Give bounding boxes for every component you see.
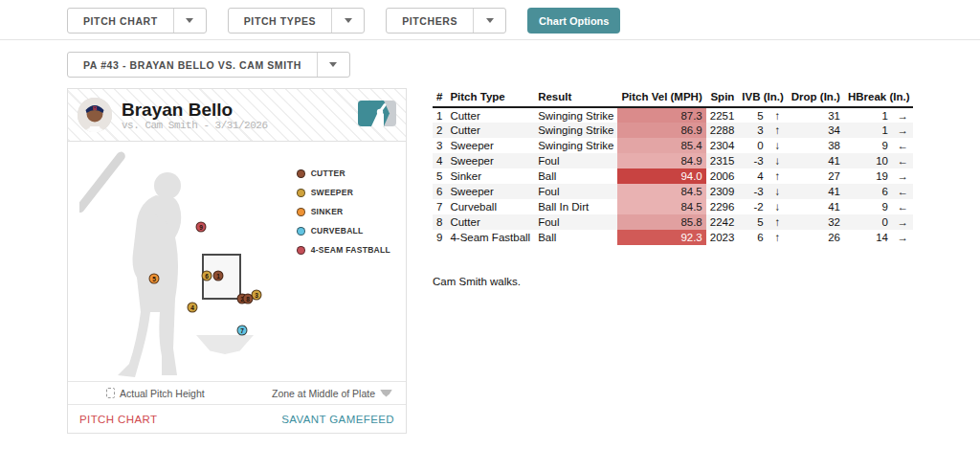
hbreak-arrow-icon: ← [892, 199, 914, 214]
pitch-type-cell: Cutter [446, 123, 534, 138]
pitch-row-7[interactable]: 7CurveballBall In Dirt84.52296-2↓419← [433, 199, 913, 214]
legend-label: CUTTER [311, 168, 345, 178]
pitch-vel-cell: 85.4 [617, 138, 705, 153]
pitch-type-cell: Sinker [446, 168, 534, 184]
ivb-arrow-icon: ↓ [768, 153, 788, 168]
hbreak-cell: 14 [844, 230, 892, 245]
pitch-dot-9[interactable]: 9 [196, 222, 207, 233]
pitcher-name: Brayan Bello [122, 100, 358, 120]
pitch-row-3[interactable]: 3SweeperSwinging Strike85.423040↓389← [433, 138, 913, 153]
pitch-types-dropdown-label: PITCH TYPES [229, 9, 331, 33]
card-tabs: PITCH CHART SAVANT GAMEFEED [68, 404, 406, 433]
pitch-row-8[interactable]: 8CutterFoul85.822425↑320→ [433, 214, 913, 230]
pitcher-avatar-image: B [78, 98, 112, 132]
ball-outline-icon [106, 388, 115, 398]
chevron-down-icon [186, 18, 193, 23]
spin-cell: 2006 [706, 168, 739, 184]
ivb-arrow-icon: ↑ [768, 214, 788, 230]
chart-options-button[interactable]: Chart Options [527, 8, 620, 34]
pitch-chart-dropdown-caret[interactable] [173, 9, 206, 33]
hbreak-arrow-icon: → [892, 230, 914, 245]
pitch-type-cell: Cutter [446, 214, 534, 230]
pitch-vel-cell: 85.8 [617, 214, 705, 230]
actual-pitch-height-toggle[interactable]: Actual Pitch Height [106, 388, 205, 399]
result-cell: Foul [534, 153, 617, 168]
drop-cell: 38 [788, 138, 844, 153]
pitch-number: 6 [433, 184, 446, 199]
pitcher-avatar: B [78, 98, 112, 132]
legend-dot-icon [297, 246, 305, 255]
zone-middle-plate-toggle[interactable]: Zone at Middle of Plate [272, 388, 392, 399]
page: PITCH CHART PITCH TYPES PITCHERS Chart O… [0, 0, 980, 449]
pitch-type-cell: Sweeper [446, 153, 534, 168]
pitch-row-2[interactable]: 2CutterSwinging Strike86.922883↑341→ [433, 123, 913, 138]
pitch-chart-dropdown[interactable]: PITCH CHART [67, 8, 207, 34]
ivb-arrow-icon: ↑ [768, 107, 788, 123]
ivb-arrow-icon: ↑ [768, 168, 788, 184]
pitch-number: 9 [433, 230, 446, 245]
pitch-number: 5 [433, 168, 446, 184]
spin-cell: 2296 [706, 199, 739, 214]
spin-cell: 2288 [706, 123, 739, 138]
pitch-row-1[interactable]: 1CutterSwinging Strike87.322515↑311→ [433, 107, 913, 123]
pitch-number: 2 [433, 123, 446, 138]
pa-selector-caret[interactable] [317, 53, 349, 77]
pitchers-dropdown-caret[interactable] [473, 9, 505, 33]
pitch-dot-7[interactable]: 7 [237, 326, 248, 336]
pa-selector-dropdown[interactable]: PA #43 - BRAYAN BELLO VS. CAM SMITH [67, 52, 350, 78]
pitch-number: 1 [433, 107, 446, 123]
col-header-result: Result [534, 89, 617, 107]
pitch-vel-cell: 84.9 [617, 153, 705, 168]
pitchers-dropdown[interactable]: PITCHERS [386, 8, 506, 34]
legend-item: SWEEPER [297, 188, 390, 197]
card-titles: Brayan Bello vs. Cam Smith - 3/31/2026 [122, 100, 358, 131]
drop-cell: 27 [788, 168, 844, 184]
pitch-dot-8[interactable]: 8 [243, 294, 254, 304]
divider [0, 39, 980, 40]
legend-label: SINKER [311, 207, 344, 216]
pitch-types-dropdown[interactable]: PITCH TYPES [228, 8, 365, 34]
ivb-arrow-icon: ↓ [768, 199, 788, 214]
pitch-number: 8 [433, 214, 446, 230]
ivb-cell: -2 [738, 199, 767, 214]
result-cell: Ball [534, 168, 617, 184]
table-header-row: # Pitch Type Result Pitch Vel (MPH) Spin… [433, 89, 913, 107]
tab-pitch-chart[interactable]: PITCH CHART [79, 414, 158, 425]
legend-item: 4-SEAM FASTBALL [297, 245, 390, 255]
pitch-dot-4[interactable]: 4 [188, 303, 198, 313]
pitch-table-panel: # Pitch Type Result Pitch Vel (MPH) Spin… [433, 89, 911, 287]
spin-cell: 2023 [706, 230, 739, 245]
ivb-cell: 3 [738, 123, 767, 138]
ivb-cell: -3 [738, 153, 767, 168]
pitch-chart-dropdown-label: PITCH CHART [68, 9, 173, 33]
pitch-row-4[interactable]: 4SweeperFoul84.92315-3↓4110← [433, 153, 913, 168]
pitch-types-dropdown-caret[interactable] [331, 9, 364, 33]
pitch-vel-cell: 94.0 [617, 168, 705, 184]
pitch-dot-6[interactable]: 6 [202, 271, 212, 281]
drop-cell: 31 [788, 107, 844, 123]
spin-cell: 2242 [706, 214, 739, 230]
pitchers-dropdown-label: PITCHERS [387, 9, 473, 33]
hbreak-arrow-icon: ← [892, 138, 914, 153]
legend-label: 4-SEAM FASTBALL [311, 245, 390, 255]
home-plate-icon [380, 390, 392, 397]
tab-savant-gamefeed[interactable]: SAVANT GAMEFEED [281, 414, 394, 425]
hbreak-cell: 6 [844, 184, 892, 199]
pitch-row-5[interactable]: 5SinkerBall94.020064↑2719→ [433, 168, 913, 184]
legend-label: CURVEBALL [311, 226, 364, 236]
pitch-vel-cell: 84.5 [617, 184, 705, 199]
pitch-row-9[interactable]: 94-Seam FastballBall92.320236↑2614→ [433, 230, 913, 245]
zone-middle-plate-label: Zone at Middle of Plate [272, 388, 375, 399]
col-header-hbreak: HBreak (In.) [844, 89, 914, 107]
hbreak-cell: 9 [844, 138, 892, 153]
pa-result-note: Cam Smith walks. [433, 276, 911, 287]
ivb-cell: 0 [738, 138, 767, 153]
pitch-chart-card: B Brayan Bello vs. Cam Smith - 3/31/2026 [67, 88, 407, 434]
pitch-row-6[interactable]: 6SweeperFoul84.52309-3↓416← [433, 184, 913, 199]
pitch-dot-5[interactable]: 5 [149, 274, 160, 284]
drop-cell: 26 [788, 230, 844, 245]
spin-cell: 2251 [706, 107, 739, 123]
pitch-type-cell: Sweeper [446, 138, 534, 153]
hbreak-arrow-icon: ← [892, 184, 914, 199]
pitch-dot-1[interactable]: 1 [213, 271, 224, 281]
